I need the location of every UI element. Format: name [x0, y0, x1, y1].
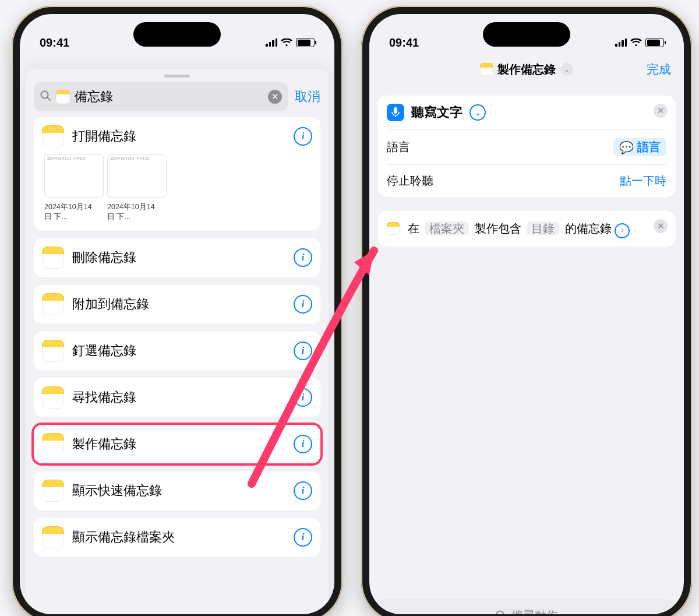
- param-stop-listening[interactable]: 停止聆聽 點一下時: [377, 165, 676, 197]
- cellular-icon: [266, 38, 277, 47]
- wifi-icon: [281, 38, 292, 47]
- notes-app-icon: [42, 480, 64, 502]
- battery-icon: [296, 38, 315, 47]
- svg-point-0: [41, 91, 48, 98]
- search-icon: [495, 610, 507, 614]
- remove-action-button[interactable]: ✕: [654, 219, 668, 233]
- wifi-icon: [630, 38, 642, 47]
- notes-app-icon: [387, 222, 400, 235]
- action-title: 顯示備忘錄檔案夾: [72, 529, 285, 546]
- notes-app-icon: [42, 125, 64, 147]
- search-input[interactable]: 備忘錄 ✕: [34, 82, 288, 111]
- notes-app-icon: [480, 63, 493, 76]
- cancel-button[interactable]: 取消: [295, 88, 320, 105]
- action-title: 製作備忘錄: [72, 435, 285, 453]
- battery-icon: [645, 38, 664, 47]
- search-actions-input[interactable]: 搜尋動作: [377, 599, 676, 614]
- info-button[interactable]: i: [294, 127, 312, 146]
- cellular-icon: [615, 38, 627, 47]
- action-create-note[interactable]: ✕ 在 檔案夾 製作包含 目錄 的備忘錄 ›: [377, 211, 676, 247]
- notes-app-icon: [42, 293, 64, 315]
- phone-right: 09:41 製作備忘錄 ⌄ 完成: [361, 6, 692, 616]
- svg-rect-2: [394, 107, 397, 114]
- action-title: 刪除備忘錄: [72, 249, 285, 266]
- param-language[interactable]: 語言 💬語言: [377, 130, 676, 164]
- action-item[interactable]: 打開備忘錄 i 2024年10月14日 下午1:07 2024年10月14日 下…: [34, 117, 320, 230]
- action-item[interactable]: 釘選備忘錄 i: [34, 332, 320, 370]
- action-item[interactable]: 顯示快速備忘錄 i: [34, 471, 320, 510]
- action-title: 顯示快速備忘錄: [72, 482, 285, 499]
- status-time: 09:41: [389, 36, 419, 50]
- thumbnail-caption: 2024年10月14日 下...: [107, 202, 161, 222]
- sheet-grabber[interactable]: [164, 75, 190, 78]
- action-title: 釘選備忘錄: [72, 342, 285, 360]
- variable-icon: 💬: [619, 140, 634, 154]
- microphone-icon: [387, 104, 404, 121]
- info-button[interactable]: i: [294, 528, 312, 547]
- svg-point-4: [497, 611, 504, 615]
- info-button[interactable]: i: [294, 481, 312, 500]
- svg-line-1: [48, 98, 51, 101]
- clear-search-button[interactable]: ✕: [268, 90, 282, 104]
- action-title: 打開備忘錄: [72, 128, 285, 145]
- notes-app-icon: [42, 247, 64, 269]
- info-button[interactable]: i: [294, 435, 312, 453]
- search-text: 備忘錄: [75, 88, 263, 105]
- action-item[interactable]: 尋找備忘錄 i: [34, 378, 320, 417]
- notes-app-icon: [42, 433, 64, 455]
- folder-token[interactable]: 檔案夾: [425, 221, 469, 235]
- phone-left: 09:41: [12, 6, 343, 616]
- shortcut-title[interactable]: 製作備忘錄: [497, 62, 556, 78]
- action-title: 尋找備忘錄: [72, 389, 285, 406]
- search-icon: [40, 90, 51, 104]
- action-dictate[interactable]: ✕ 聽寫文字 ⌄ 語言 💬語言: [377, 96, 676, 197]
- done-button[interactable]: 完成: [647, 61, 671, 78]
- action-title: 附加到備忘錄: [72, 295, 285, 313]
- thumbnail-caption: 2024年10月14日 下...: [44, 202, 98, 222]
- chevron-right-icon[interactable]: ›: [615, 223, 630, 238]
- action-item[interactable]: 附加到備忘錄 i: [34, 285, 320, 323]
- search-actions-placeholder: 搜尋動作: [511, 608, 558, 615]
- body-token[interactable]: 目錄: [527, 221, 559, 235]
- action-item[interactable]: 製作備忘錄 i: [34, 425, 320, 463]
- notes-app-icon: [56, 90, 70, 104]
- notes-app-icon: [42, 340, 64, 362]
- notes-app-icon: [42, 526, 64, 548]
- info-button[interactable]: i: [294, 388, 312, 407]
- dynamic-island: [133, 22, 221, 47]
- chevron-down-icon[interactable]: ⌄: [560, 63, 573, 76]
- note-thumbnail[interactable]: 2024年10月14日 下午1:07 2024年10月14日 下...: [44, 154, 98, 222]
- note-thumbnail[interactable]: 2024年10月14日 下午1:03 2024年10月14日 下...: [107, 154, 161, 222]
- action-item[interactable]: 顯示備忘錄檔案夾 i: [34, 518, 320, 557]
- status-time: 09:41: [40, 36, 69, 50]
- chevron-down-icon[interactable]: ⌄: [469, 104, 486, 121]
- dynamic-island: [483, 22, 570, 47]
- search-sheet: 備忘錄 ✕ 取消 打開備忘錄 i 2024年10月14日 下午1:07 2024…: [26, 69, 329, 614]
- notes-app-icon: [42, 386, 64, 409]
- action-item[interactable]: 刪除備忘錄 i: [34, 238, 320, 277]
- remove-action-button[interactable]: ✕: [654, 104, 668, 118]
- info-button[interactable]: i: [294, 342, 312, 360]
- info-button[interactable]: i: [294, 295, 312, 314]
- info-button[interactable]: i: [294, 248, 312, 267]
- action-title: 聽寫文字: [411, 104, 463, 121]
